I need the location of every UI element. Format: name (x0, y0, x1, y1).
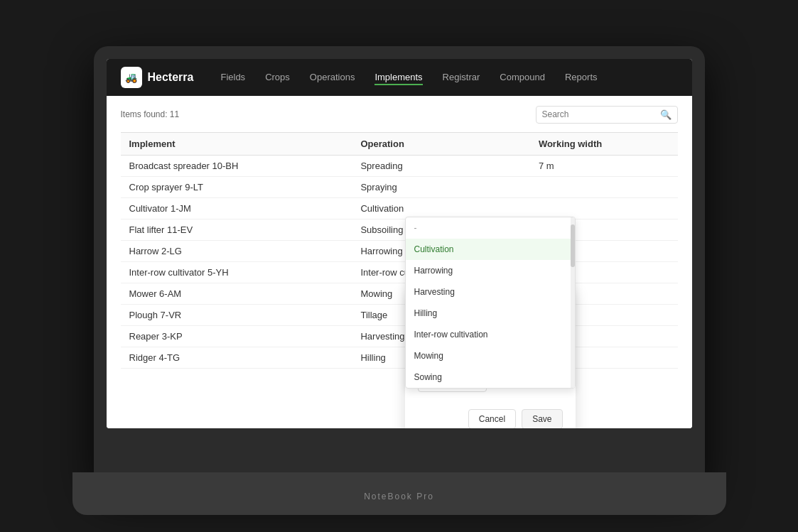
laptop-outer: 🚜 Hecterra Fields Crops Operations Imple… (94, 46, 705, 487)
cell-operation: Spraying (352, 176, 529, 197)
table-row[interactable]: Flat lifter 11-EV Subsoiling (121, 219, 678, 240)
modal-actions: Cancel Save (418, 409, 563, 428)
cell-implement: Crop sprayer 9-LT (121, 176, 352, 197)
cancel-button[interactable]: Cancel (468, 409, 516, 428)
nav-item-operations[interactable]: Operations (310, 69, 355, 85)
cell-width: 7 m (530, 155, 678, 176)
brand-logo-icon: 🚜 (125, 72, 137, 83)
operation-dropdown: -CultivationHarrowingHarvestingHillingIn… (405, 217, 576, 389)
col-header-width: Working width (530, 132, 678, 155)
brand-logo: 🚜 (121, 67, 142, 88)
cell-implement: Harrow 2-LG (121, 240, 352, 261)
toolbar: Items found: 11 🔍 (121, 106, 678, 124)
nav-item-registrar[interactable]: Registrar (443, 69, 480, 85)
nav-item-crops[interactable]: Crops (265, 69, 290, 85)
dropdown-item[interactable]: Inter-row cultivation (406, 324, 575, 345)
dropdown-item[interactable]: Cultivation (406, 239, 575, 260)
cell-implement: Flat lifter 11-EV (121, 219, 352, 240)
table-row[interactable]: Ridger 4-TG Hilling 6 m (121, 347, 678, 368)
table-row[interactable]: Harrow 2-LG Harrowing (121, 240, 678, 261)
laptop-brand-label: NoteBook Pro (364, 492, 434, 501)
search-icon: 🔍 (660, 109, 672, 120)
save-button[interactable]: Save (522, 409, 562, 428)
dropdown-scrollbar (571, 217, 575, 388)
search-box[interactable]: 🔍 (536, 106, 678, 124)
col-header-operation: Operation (352, 132, 529, 155)
table-row[interactable]: Cultivator 1-JM Cultivation (121, 197, 678, 219)
table-row[interactable]: Mower 6-AM Mowing (121, 283, 678, 304)
cell-implement: Cultivator 1-JM (121, 197, 352, 219)
table-row[interactable]: Crop sprayer 9-LT Spraying (121, 176, 678, 197)
cell-width (530, 197, 678, 219)
dropdown-item[interactable]: Harvesting (406, 281, 575, 303)
nav-item-implements[interactable]: Implements (374, 69, 422, 85)
table-row[interactable]: Inter-row cultivator 5-YH Inter-row cult… (121, 261, 678, 283)
cell-operation: Spreading (352, 155, 529, 176)
cell-implement: Reaper 3-KP (121, 325, 352, 347)
content-area: Items found: 11 🔍 Implement Operation Wo… (107, 96, 692, 428)
app: 🚜 Hecterra Fields Crops Operations Imple… (107, 59, 692, 428)
cell-implement: Mower 6-AM (121, 283, 352, 304)
table-row[interactable]: Plough 7-VR Tillage (121, 304, 678, 325)
laptop-screen: 🚜 Hecterra Fields Crops Operations Imple… (107, 59, 692, 428)
cell-implement: Inter-row cultivator 5-YH (121, 261, 352, 283)
brand: 🚜 Hecterra (121, 67, 194, 88)
navbar: 🚜 Hecterra Fields Crops Operations Imple… (107, 59, 692, 96)
dropdown-item[interactable]: - (406, 217, 575, 239)
scrollbar-thumb (571, 224, 575, 267)
cell-implement: Broadcast spreader 10-BH (121, 155, 352, 176)
cell-implement: Plough 7-VR (121, 304, 352, 325)
nav-item-reports[interactable]: Reports (565, 69, 598, 85)
items-count: Items found: 11 (121, 109, 180, 119)
dropdown-item[interactable]: Hilling (406, 303, 575, 324)
dropdown-item[interactable]: Mowing (406, 345, 575, 367)
implements-table: Implement Operation Working width Broadc… (121, 132, 678, 369)
laptop-bottom: NoteBook Pro (72, 472, 726, 515)
cell-implement: Ridger 4-TG (121, 347, 352, 368)
dropdown-item[interactable]: Harrowing (406, 260, 575, 281)
dropdown-scroll-container: -CultivationHarrowingHarvestingHillingIn… (406, 217, 575, 388)
search-input[interactable] (542, 109, 656, 119)
nav-item-fields[interactable]: Fields (220, 69, 245, 85)
brand-name: Hecterra (148, 71, 194, 84)
col-header-implement: Implement (121, 132, 352, 155)
nav-item-compound[interactable]: Compound (500, 69, 545, 85)
cell-width (530, 176, 678, 197)
cell-operation: Cultivation (352, 197, 529, 219)
table-row[interactable]: Reaper 3-KP Harvesting (121, 325, 678, 347)
table-row[interactable]: Broadcast spreader 10-BH Spreading 7 m (121, 155, 678, 176)
dropdown-item[interactable]: Sowing (406, 367, 575, 388)
